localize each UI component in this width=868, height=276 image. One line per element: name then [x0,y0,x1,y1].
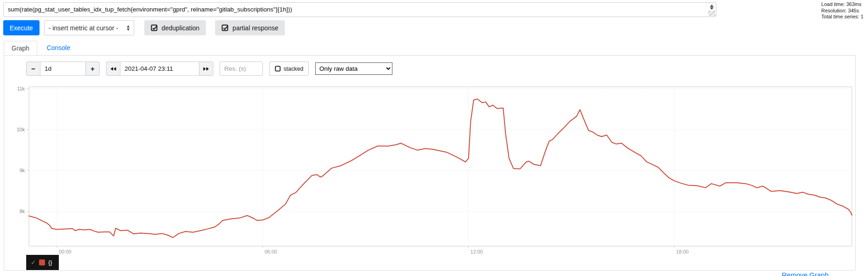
rewind-button[interactable] [106,62,120,76]
graph-section: Graph Console − + [4,40,856,270]
range-decrease-button[interactable]: − [26,62,40,76]
square-unchecked-icon [275,66,281,72]
y-tick-label: 9k [19,168,25,173]
graph-legend: ✓ {} [26,255,59,270]
x-tick-label: 00:00 [59,249,72,254]
range-input[interactable] [40,62,86,76]
y-tick-label: 10k [17,127,25,132]
spinner-up-icon[interactable] [710,5,714,7]
fast-forward-icon [203,67,209,71]
spinner-down-icon[interactable] [710,7,714,10]
y-tick-label: 8k [19,208,25,214]
partial-response-label: partial response [233,24,278,32]
insert-metric-select[interactable]: - insert metric at cursor - [44,20,134,35]
tab-console[interactable]: Console [39,41,77,54]
deduplication-button[interactable]: deduplication [144,20,206,35]
spinner-control[interactable] [708,3,715,11]
deduplication-label: deduplication [162,24,200,32]
y-tick-label: 11k [17,86,25,91]
tab-graph[interactable]: Graph [4,41,37,55]
graph-panel: − + [4,56,856,270]
x-tick-label: 18:00 [676,249,689,254]
x-tick-label: 12:00 [470,249,483,254]
raw-data-select[interactable]: Only raw data [315,62,392,75]
execute-button[interactable]: Execute [3,20,40,35]
execute-toolbar: Execute - insert metric at cursor - dedu… [3,20,285,35]
plot-border [29,87,852,246]
select-updown-icon [127,25,130,31]
fast-forward-button[interactable] [199,62,213,76]
stacked-label: stacked [284,66,303,72]
query-stats: Load time: 363ms Resolution: 345s Total … [821,1,863,20]
resolution-input[interactable] [220,62,263,76]
total-time-series: Total time series: 1 [821,14,863,20]
legend-item[interactable]: ✓ {} [26,255,59,270]
datetime-input[interactable] [120,62,199,76]
check-square-icon [151,24,158,32]
check-square-icon [221,24,229,32]
tab-bar: Graph Console [4,40,856,56]
load-time: Load time: 363ms [821,1,863,8]
series-line [29,99,852,238]
query-input[interactable]: sum(rate(pg_stat_user_tables_idx_tup_fet… [3,2,716,17]
range-increase-button[interactable]: + [85,62,100,76]
graph-controls: − + [26,62,392,76]
stacked-toggle-button[interactable]: stacked [269,62,309,76]
remove-graph-link[interactable]: Remove Graph [782,271,828,276]
x-tick-label: 06:00 [265,249,278,254]
line-chart[interactable]: 8k9k10k11k00:0006:0012:0018:00 [4,84,855,258]
partial-response-button[interactable]: partial response [215,20,285,35]
resize-grip-icon[interactable] [708,11,715,16]
rewind-icon [110,67,116,71]
legend-check-icon: ✓ [31,259,36,266]
graph-canvas[interactable]: 8k9k10k11k00:0006:0012:0018:00 [4,84,855,258]
time-input-group [106,62,213,76]
range-input-group: − + [26,62,100,76]
resolution: Resolution: 345s [821,8,863,14]
series-color-swatch [39,259,45,265]
insert-metric-label: - insert metric at cursor - [49,24,119,32]
query-bar: sum(rate(pg_stat_user_tables_idx_tup_fet… [3,2,716,17]
series-label: {} [48,259,52,266]
